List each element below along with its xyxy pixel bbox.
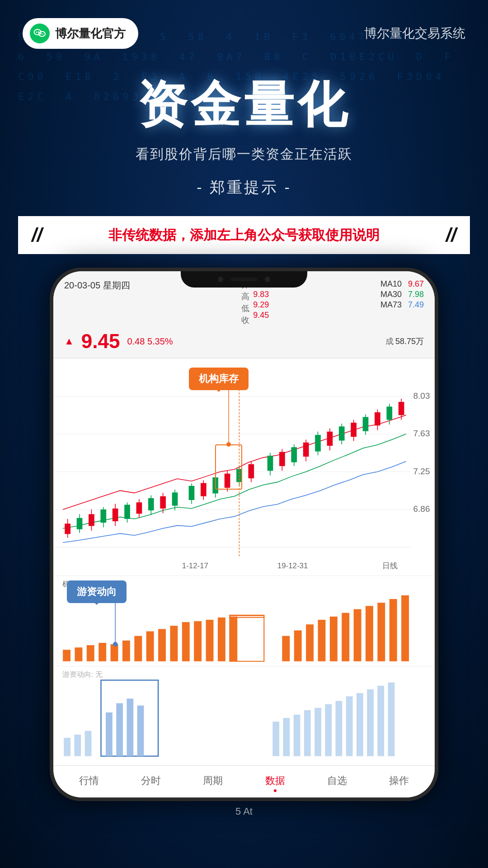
svg-rect-26 bbox=[148, 498, 154, 510]
svg-rect-91 bbox=[230, 617, 237, 661]
nav-item-fenshi[interactable]: 分时 bbox=[141, 774, 161, 792]
wechat-icon bbox=[30, 24, 50, 43]
price-arrow-icon: ▲ bbox=[64, 335, 74, 347]
svg-rect-66 bbox=[399, 402, 404, 415]
svg-rect-115 bbox=[272, 722, 279, 756]
svg-rect-116 bbox=[283, 718, 290, 756]
volume-area: 机构库存 游资动向 bbox=[53, 576, 435, 666]
svg-point-105 bbox=[113, 642, 118, 646]
svg-rect-28 bbox=[160, 496, 166, 509]
svg-rect-123 bbox=[357, 693, 363, 756]
jigoukucun-box bbox=[215, 444, 242, 490]
youzi-tooltip: 游资动向 bbox=[67, 580, 127, 603]
svg-rect-94 bbox=[294, 630, 302, 661]
svg-rect-54 bbox=[327, 432, 333, 446]
phone-screen: 20-03-05 星期四 开 高 低 收 9.40 9.83 9.29 bbox=[53, 271, 435, 797]
svg-rect-112 bbox=[64, 738, 70, 756]
svg-rect-50 bbox=[303, 443, 309, 457]
svg-rect-81 bbox=[111, 644, 118, 661]
nav-item-zixuan[interactable]: 自选 bbox=[327, 774, 347, 792]
svg-text:1-12-17: 1-12-17 bbox=[182, 561, 208, 570]
fund-svg bbox=[53, 666, 435, 765]
svg-rect-46 bbox=[279, 452, 285, 466]
svg-rect-44 bbox=[267, 456, 273, 471]
svg-rect-108 bbox=[106, 712, 113, 756]
svg-rect-16 bbox=[89, 514, 94, 526]
header: 博尔量化官方 博尔量化交易系统 bbox=[0, 0, 488, 58]
wechat-label: 博尔量化官方 bbox=[55, 26, 126, 42]
svg-rect-87 bbox=[182, 622, 190, 661]
candlestick-svg: 8.03 7.63 7.25 6.86 1-12-17 19-12-31 日线 bbox=[53, 359, 435, 576]
svg-rect-88 bbox=[194, 621, 202, 661]
svg-text:日线: 日线 bbox=[382, 561, 398, 570]
main-price: 9.45 bbox=[81, 330, 120, 353]
nav-item-caozuo[interactable]: 操作 bbox=[389, 774, 409, 792]
svg-rect-30 bbox=[172, 492, 178, 505]
notch-sensor bbox=[265, 277, 270, 282]
svg-rect-22 bbox=[124, 505, 130, 519]
wechat-button[interactable]: 博尔量化官方 bbox=[23, 18, 138, 49]
svg-rect-56 bbox=[339, 426, 345, 440]
hero-section: 资金量化 看到股价背后哪一类资金正在活跃 - 郑重提示 - bbox=[0, 58, 488, 216]
phone-notch bbox=[181, 271, 307, 288]
svg-rect-124 bbox=[367, 689, 374, 756]
svg-rect-18 bbox=[100, 509, 106, 523]
solemn-notice: - 郑重提示 - bbox=[27, 177, 461, 198]
price-row: ▲ 9.45 0.48 5.35% 成 58.75万 bbox=[64, 330, 424, 353]
svg-rect-14 bbox=[77, 518, 83, 529]
svg-rect-98 bbox=[342, 613, 349, 661]
stock-ma: MA10 9.67 MA30 7.98 MA73 7.49 bbox=[380, 279, 424, 326]
nav-item-hangqing[interactable]: 行情 bbox=[79, 774, 99, 792]
svg-rect-42 bbox=[248, 464, 254, 478]
svg-rect-85 bbox=[158, 629, 166, 661]
svg-rect-119 bbox=[314, 708, 321, 756]
svg-rect-34 bbox=[201, 483, 206, 496]
svg-rect-126 bbox=[388, 683, 395, 756]
svg-rect-122 bbox=[346, 696, 353, 756]
nav-item-zhouqi[interactable]: 周期 bbox=[203, 774, 223, 792]
svg-rect-125 bbox=[377, 686, 384, 756]
bottom-nav: 行情 分时 周期 数据 自选 操作 bbox=[53, 765, 435, 797]
svg-rect-77 bbox=[63, 650, 70, 661]
svg-rect-102 bbox=[389, 599, 397, 661]
svg-rect-90 bbox=[218, 618, 225, 661]
svg-text:19-12-31: 19-12-31 bbox=[277, 561, 308, 570]
hero-subtitle: 看到股价背后哪一类资金正在活跃 bbox=[27, 145, 461, 164]
fund-area: 游资动向: 无 bbox=[53, 666, 435, 765]
svg-point-1 bbox=[36, 32, 38, 33]
svg-rect-103 bbox=[401, 595, 409, 661]
svg-rect-62 bbox=[375, 412, 380, 425]
svg-text:8.03: 8.03 bbox=[413, 391, 430, 401]
svg-rect-118 bbox=[304, 710, 311, 756]
phone-wrapper: 20-03-05 星期四 开 高 低 收 9.40 9.83 9.29 bbox=[0, 268, 488, 801]
notch-camera bbox=[218, 277, 223, 282]
svg-rect-48 bbox=[291, 447, 297, 462]
svg-rect-109 bbox=[116, 703, 123, 756]
svg-point-4 bbox=[41, 33, 42, 34]
svg-rect-58 bbox=[351, 423, 357, 437]
svg-rect-97 bbox=[330, 617, 338, 661]
svg-rect-114 bbox=[85, 731, 92, 756]
notch-speaker bbox=[230, 278, 258, 281]
alert-banner: 非传统数据，添加左上角公众号获取使用说明 bbox=[18, 216, 470, 254]
nav-item-shuju[interactable]: 数据 bbox=[265, 774, 285, 792]
svg-rect-110 bbox=[127, 698, 133, 756]
hero-title: 资金量化 bbox=[27, 71, 461, 139]
jigoukucun-tooltip: 机构库存 bbox=[189, 368, 249, 390]
stock-date: 20-03-05 星期四 bbox=[64, 279, 130, 292]
alert-text: 非传统数据，添加左上角公众号获取使用说明 bbox=[49, 226, 438, 245]
bottom-area: 5 At bbox=[0, 801, 488, 822]
phone-frame: 20-03-05 星期四 开 高 低 收 9.40 9.83 9.29 bbox=[50, 268, 438, 801]
svg-text:6.86: 6.86 bbox=[413, 504, 430, 514]
svg-rect-82 bbox=[122, 641, 130, 661]
svg-rect-121 bbox=[336, 701, 343, 756]
svg-rect-24 bbox=[136, 502, 142, 514]
svg-rect-79 bbox=[87, 645, 94, 661]
active-indicator bbox=[274, 789, 277, 792]
svg-rect-100 bbox=[366, 606, 373, 661]
app-title: 博尔量化交易系统 bbox=[364, 25, 465, 42]
svg-rect-86 bbox=[170, 626, 178, 661]
svg-rect-52 bbox=[315, 435, 321, 452]
svg-text:7.25: 7.25 bbox=[413, 467, 430, 476]
svg-rect-93 bbox=[282, 636, 290, 661]
